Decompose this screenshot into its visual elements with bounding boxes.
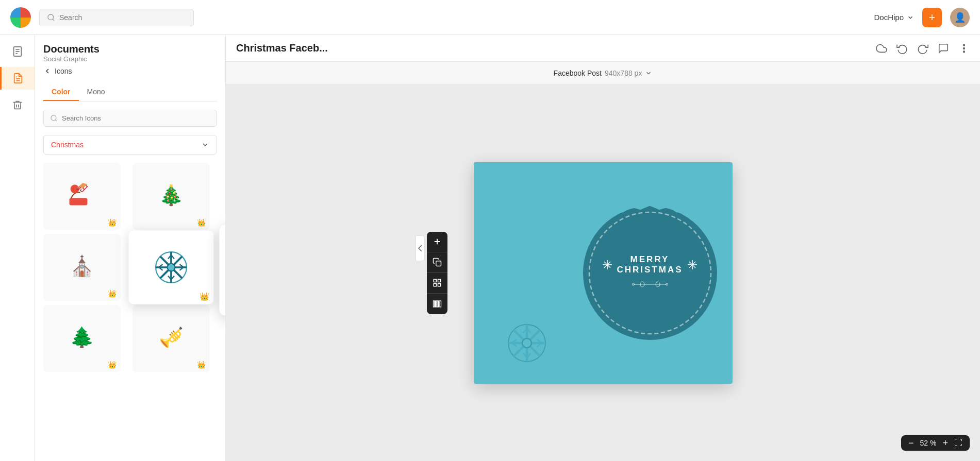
redo-icon[interactable] xyxy=(917,43,928,54)
svg-point-47 xyxy=(964,51,965,53)
zoom-level: 52 % xyxy=(920,439,937,447)
zoom-in-button[interactable]: + xyxy=(942,438,948,448)
canvas-scroll[interactable]: MERRY CHRISTMAS xyxy=(226,84,980,461)
panel-header: Documents Social Graphic xyxy=(43,43,217,63)
svg-point-45 xyxy=(964,44,965,46)
search-bar[interactable] xyxy=(39,9,194,26)
svg-rect-52 xyxy=(438,279,441,282)
svg-rect-53 xyxy=(434,284,436,286)
format-bar: Facebook Post 940x788 px xyxy=(226,62,980,84)
icon-snowflake[interactable]: 👑 xyxy=(128,231,213,304)
search-icons-input[interactable] xyxy=(62,114,210,122)
tab-mono[interactable]: Mono xyxy=(79,83,113,101)
avatar[interactable]: 👤 xyxy=(950,8,970,27)
sidebar-item-icons[interactable] xyxy=(0,67,35,90)
format-label: Facebook Post xyxy=(554,69,602,77)
crown-icon: 👑 xyxy=(200,292,209,301)
canvas-toolbar: Christmas Faceb... xyxy=(226,35,980,62)
category-label: Christmas xyxy=(51,141,84,149)
dochipo-label: DocHipo xyxy=(874,13,904,22)
snowflake-decoration xyxy=(504,320,550,368)
svg-point-20 xyxy=(167,264,175,271)
svg-point-46 xyxy=(964,47,965,49)
comment-icon[interactable] xyxy=(938,43,949,54)
badge-content: MERRY CHRISTMAS xyxy=(602,254,697,292)
svg-point-65 xyxy=(522,338,531,348)
collapse-panel-handle[interactable] xyxy=(416,235,425,261)
icon-trumpet[interactable]: 🎺 👑 xyxy=(132,305,210,372)
crown-icon: 👑 xyxy=(108,361,117,369)
sidebar-item-trash[interactable] xyxy=(6,94,29,116)
tab-color[interactable]: Color xyxy=(43,83,79,101)
icon-wreath[interactable]: 🎄 👑 xyxy=(132,163,210,230)
crown-icon: 👑 xyxy=(108,289,117,298)
crown-icon: 👑 xyxy=(197,218,206,227)
svg-rect-50 xyxy=(436,261,441,266)
chevron-down-format-icon[interactable] xyxy=(645,70,652,77)
undo-icon[interactable] xyxy=(896,43,908,54)
svg-point-8 xyxy=(51,115,56,121)
canvas-actions xyxy=(876,43,970,54)
back-to-icons[interactable]: Icons xyxy=(43,67,217,75)
search-icons-bar[interactable] xyxy=(43,110,217,127)
canvas-dimensions: 940x788 px xyxy=(605,69,642,77)
search-icons-icon xyxy=(50,114,58,122)
sidebar-item-document[interactable] xyxy=(6,40,29,63)
svg-text:🌲: 🌲 xyxy=(70,326,95,349)
svg-line-9 xyxy=(55,119,57,121)
svg-line-1 xyxy=(53,19,54,21)
svg-rect-10 xyxy=(70,198,88,206)
nav-right: DocHipo + 👤 xyxy=(874,8,970,27)
svg-rect-55 xyxy=(434,301,435,307)
tool-barcode-button[interactable] xyxy=(427,294,447,314)
canvas-title: Christmas Faceb... xyxy=(236,42,328,54)
icon-tabs: Color Mono xyxy=(43,83,217,101)
panel-title: Documents xyxy=(43,43,217,55)
svg-rect-59 xyxy=(440,301,441,307)
badge: MERRY CHRISTMAS xyxy=(583,206,717,340)
chevron-down-icon xyxy=(907,14,914,21)
icon-church[interactable]: ⛪ 👑 xyxy=(43,234,121,301)
fullscreen-button[interactable]: ⛶ xyxy=(954,438,962,448)
main-layout: Documents Social Graphic Icons Color Mon… xyxy=(0,35,980,461)
svg-point-0 xyxy=(48,14,54,20)
design-canvas[interactable]: MERRY CHRISTMAS xyxy=(474,162,733,384)
cloud-save-icon[interactable] xyxy=(876,43,887,54)
icon-grid: 🛷 👑 🎄 👑 ⛪ 👑 xyxy=(43,163,217,372)
canvas-content: MERRY CHRISTMAS xyxy=(474,162,733,384)
canvas-area: Christmas Faceb... Facebook Post 940x788… xyxy=(226,35,980,461)
icon-santa-sleigh[interactable]: 🛷 👑 xyxy=(43,163,121,230)
badge-christmas: CHRISTMAS xyxy=(617,265,683,275)
add-button[interactable]: + xyxy=(922,8,942,27)
category-dropdown[interactable]: Christmas xyxy=(43,135,217,155)
svg-rect-58 xyxy=(439,301,439,307)
zoom-out-button[interactable]: − xyxy=(908,438,914,448)
tool-grid-button[interactable] xyxy=(427,273,447,294)
svg-text:🎺: 🎺 xyxy=(159,326,184,349)
more-icon[interactable] xyxy=(958,43,970,54)
svg-text:⛪: ⛪ xyxy=(70,254,95,278)
svg-text:🛷: 🛷 xyxy=(75,181,89,194)
tool-duplicate-button[interactable] xyxy=(427,252,447,273)
svg-text:🎄: 🎄 xyxy=(159,183,184,207)
svg-rect-51 xyxy=(434,279,436,282)
svg-rect-56 xyxy=(435,301,436,307)
dochipo-dropdown[interactable]: DocHipo xyxy=(874,13,914,22)
search-input[interactable] xyxy=(59,13,186,22)
chevron-left-icon xyxy=(43,67,52,75)
badge-merry: MERRY xyxy=(617,254,683,265)
icon-pinecone[interactable]: 🌲 👑 xyxy=(43,305,121,372)
search-icon xyxy=(47,13,55,22)
icon-bar xyxy=(0,35,35,461)
tool-add-button[interactable] xyxy=(427,232,447,252)
crown-icon: 👑 xyxy=(197,361,206,369)
svg-rect-57 xyxy=(437,301,438,307)
left-panel: Documents Social Graphic Icons Color Mon… xyxy=(35,35,226,461)
topnav: DocHipo + 👤 xyxy=(0,0,980,35)
panel-subtitle: Social Graphic xyxy=(43,55,217,63)
icon-preview-popup xyxy=(219,225,226,316)
logo-icon[interactable] xyxy=(10,7,31,28)
back-label: Icons xyxy=(55,67,72,75)
zoom-bar: − 52 % + ⛶ xyxy=(901,435,970,451)
chevron-down-icon xyxy=(201,141,209,149)
